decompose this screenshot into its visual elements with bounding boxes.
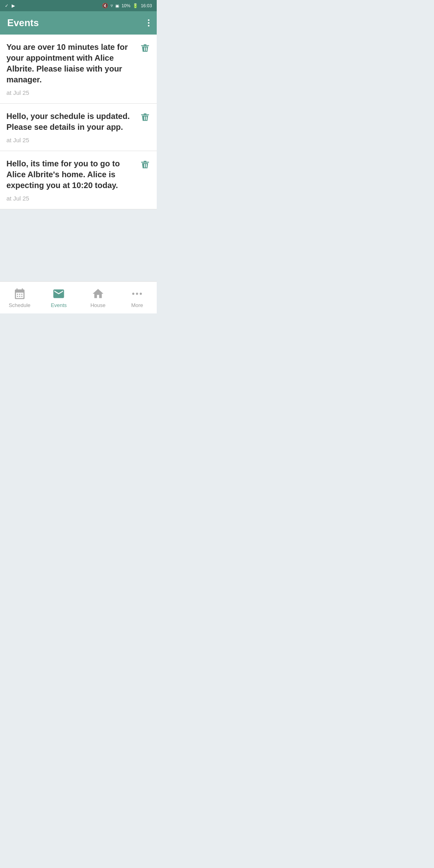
event-message-2: Hello, your schedule is updated. Please …: [6, 111, 135, 133]
sim-icon: ▣: [115, 4, 119, 8]
nav-item-events[interactable]: Events: [39, 282, 79, 313]
event-time-1: at Jul 25: [6, 89, 135, 96]
nav-item-house[interactable]: House: [78, 282, 118, 313]
more-options-button[interactable]: [148, 19, 149, 27]
dot3: [148, 25, 149, 27]
svg-point-0: [132, 293, 134, 295]
page-title: Events: [7, 17, 39, 29]
event-message-3: Hello, its time for you to go to Alice A…: [6, 158, 135, 191]
house-label: House: [90, 302, 106, 308]
status-bar-left: ✓ ▶: [5, 3, 15, 8]
svg-point-1: [136, 293, 138, 295]
empty-area: [0, 209, 157, 281]
event-text-block-1: You are over 10 minutes late for your ap…: [6, 42, 135, 96]
battery-icon: 🔋: [133, 3, 138, 8]
event-item-1: You are over 10 minutes late for your ap…: [0, 35, 157, 104]
play-icon: ▶: [12, 3, 15, 8]
event-text-block-3: Hello, its time for you to go to Alice A…: [6, 158, 135, 202]
check-icon: ✓: [5, 3, 8, 8]
event-text-block-2: Hello, your schedule is updated. Please …: [6, 111, 135, 143]
event-time-2: at Jul 25: [6, 137, 135, 143]
app-bar: Events: [0, 11, 157, 35]
mute-icon: 🔇: [102, 3, 108, 8]
event-message-1: You are over 10 minutes late for your ap…: [6, 42, 135, 85]
events-icon: [52, 287, 65, 300]
events-list: You are over 10 minutes late for your ap…: [0, 35, 157, 281]
more-icon: [131, 287, 143, 300]
delete-event-1-button[interactable]: [140, 43, 150, 53]
house-icon: [92, 287, 104, 300]
wifi-icon: ▿: [111, 3, 113, 8]
battery-text: 10%: [121, 3, 130, 8]
dot1: [148, 19, 149, 21]
status-bar-right: 🔇 ▿ ▣ 10% 🔋 16:03: [102, 3, 152, 8]
more-label: More: [131, 302, 143, 308]
status-bar: ✓ ▶ 🔇 ▿ ▣ 10% 🔋 16:03: [0, 0, 157, 11]
delete-event-2-button[interactable]: [140, 112, 150, 122]
schedule-icon: [13, 287, 26, 300]
bottom-navigation: Schedule Events House More: [0, 281, 157, 313]
schedule-label: Schedule: [9, 302, 31, 308]
nav-item-schedule[interactable]: Schedule: [0, 282, 39, 313]
event-item-3: Hello, its time for you to go to Alice A…: [0, 151, 157, 209]
event-item-2: Hello, your schedule is updated. Please …: [0, 104, 157, 151]
delete-event-3-button[interactable]: [140, 159, 150, 170]
clock: 16:03: [141, 3, 152, 8]
events-label: Events: [51, 302, 67, 308]
event-time-3: at Jul 25: [6, 195, 135, 202]
nav-item-more[interactable]: More: [118, 282, 157, 313]
svg-point-2: [140, 293, 142, 295]
dot2: [148, 22, 149, 24]
